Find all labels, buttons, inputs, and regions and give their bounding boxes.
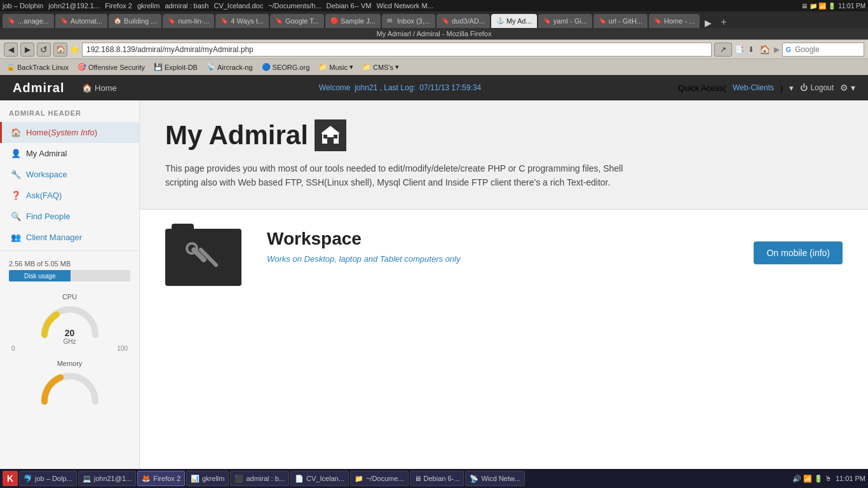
tab-inbox[interactable]: ✉ Inbox (3,... xyxy=(382,14,435,28)
app-wrapper: Admiral 🏠 Home Welcome john21 , Last Log… xyxy=(0,75,868,480)
tab-automat[interactable]: 🔖 Automat... xyxy=(55,14,107,28)
tab-favicon: 🔖 xyxy=(168,17,175,25)
tab-google[interactable]: 🔖 Google T... xyxy=(270,14,324,28)
topbar-item-debian[interactable]: Debian 6-- VM xyxy=(327,2,372,10)
tab-favicon: 🔖 xyxy=(543,17,551,25)
content-workspace-section: Workspace Works on Desktop, laptop and T… xyxy=(140,210,868,305)
memory-label: Memory xyxy=(9,360,130,367)
sidebar-item-home[interactable]: 🏠 Home(System Info) xyxy=(0,122,139,143)
taskbar-clock: 11:01 PM xyxy=(836,475,865,480)
taskbar-item-wicd[interactable]: 📡 Wicd Netw... xyxy=(465,471,524,480)
tab-favicon: 🏠 xyxy=(114,17,121,25)
taskbar-item-firefox[interactable]: 🦊 Firefox 2 xyxy=(137,471,185,480)
sidebar-item-myadmiral[interactable]: 👤 My Admiral xyxy=(0,143,139,164)
new-tab-btn[interactable]: + xyxy=(717,17,730,28)
welcome-label: Welcome xyxy=(319,83,351,92)
topbar-item-cv[interactable]: CV_Iceland.doc xyxy=(214,2,263,10)
chevron-down-icon: ▾ xyxy=(395,63,399,71)
quick-access-dropdown-icon[interactable]: ▾ xyxy=(789,83,794,93)
logout-button[interactable]: ⏻ Logout xyxy=(800,83,834,92)
dolphin-icon: 🐬 xyxy=(24,475,32,481)
taskbar-right: 🔊 📶 🔋 🖱 11:01 PM xyxy=(792,475,865,481)
topbar-item-admiral[interactable]: admiral : bash xyxy=(165,2,208,10)
os-topbar-right: 🖥 📁 📶 🔋 11:01 PM xyxy=(801,3,865,10)
people-icon: 👥 xyxy=(11,233,21,242)
doc-icon: 📄 xyxy=(295,475,304,481)
workspace-icon-container xyxy=(165,229,241,286)
taskbar-item-docs[interactable]: 📁 ~/Docume... xyxy=(350,471,409,480)
taskbar-item-debian[interactable]: 🖥 Debian 6-... xyxy=(410,471,465,480)
topbar-item-firefox[interactable]: Firefox 2 xyxy=(105,2,132,10)
home-button[interactable]: 🏠 xyxy=(53,43,67,57)
gauge-min: 0 xyxy=(11,345,15,352)
taskbar-item-admiral[interactable]: ⬛ admiral : b... xyxy=(230,471,289,480)
taskbar-item-gkrellm[interactable]: 📊 gkrellm xyxy=(186,471,229,480)
back-button[interactable]: ◀ xyxy=(4,43,18,57)
bookmark-exploit[interactable]: 💾 Exploit-DB xyxy=(151,62,200,72)
taskbar-start-button[interactable]: K xyxy=(3,471,18,480)
sidebar-item-findpeople[interactable]: 🔍 Find People xyxy=(0,206,139,227)
browser-toolbar: ◀ ▶ ↺ 🏠 ⭐ ↗ 📑 ⬇ 🏠 ▶ G xyxy=(0,39,868,58)
taskbar-item-cv[interactable]: 📄 CV_Icelan... xyxy=(290,471,349,480)
bookmark-icon: 🔒 xyxy=(6,63,15,71)
nav-home[interactable]: 🏠 Home xyxy=(77,83,121,93)
svg-rect-4 xyxy=(327,137,334,144)
taskbar-item-john[interactable]: 💻 john21@1... xyxy=(78,471,137,480)
disk-bar-label: Disk usage xyxy=(24,273,55,280)
app-logo: Admiral xyxy=(13,81,64,95)
tab-dud3[interactable]: 🔖 dud3/AD... xyxy=(437,14,490,28)
tab-manage[interactable]: 🔖 ...anage... xyxy=(3,14,54,28)
quick-access-link[interactable]: Web-Clients xyxy=(733,83,774,92)
topbar-item-gkrellm[interactable]: gkrellm xyxy=(137,2,159,10)
settings-button[interactable]: ⚙ ▾ xyxy=(840,83,855,93)
topbar-item-docs[interactable]: ~/Documents/h... xyxy=(268,2,321,10)
search-input[interactable] xyxy=(791,43,861,56)
tab-building[interactable]: 🏠 Building ... xyxy=(109,14,161,28)
tab-4ways[interactable]: 🔖 4 Ways t... xyxy=(215,14,269,28)
tab-overflow[interactable]: ▶ xyxy=(701,18,715,28)
topbar-item-wicd[interactable]: Wicd Network M... xyxy=(377,2,433,10)
question-icon: ❓ xyxy=(11,191,21,200)
bookmark-seorg[interactable]: 🔵 SEORG.org xyxy=(259,62,313,72)
sidebar-item-faq[interactable]: ❓ Ask(FAQ) xyxy=(0,185,139,206)
tab-label: Inbox (3,... xyxy=(397,17,430,25)
bookmark-music[interactable]: 📁 Music ▾ xyxy=(316,62,356,72)
tab-url[interactable]: 🔖 url - GitH... xyxy=(593,14,648,28)
tab-label: Building ... xyxy=(124,17,156,25)
tab-favicon: 🔖 xyxy=(599,17,606,25)
home-nav-icon[interactable]: 🏠 xyxy=(758,44,771,55)
hero-section: My Admiral This page provides you with m… xyxy=(140,100,868,210)
sidebar-item-label: Workspace xyxy=(26,170,67,179)
topbar-item-john[interactable]: john21@192.1... xyxy=(48,2,100,10)
reload-button[interactable]: ↺ xyxy=(37,43,51,57)
mobile-info-button[interactable]: On mobile (info) xyxy=(754,241,843,264)
sidebar-item-label: Find People xyxy=(26,212,70,221)
sidebar-item-clientmanager[interactable]: 👥 Client Manager xyxy=(0,227,139,248)
taskbar-item-label: CV_Icelan... xyxy=(306,475,344,480)
tab-numlin[interactable]: 🔖 num-lin-... xyxy=(163,14,214,28)
url-bar[interactable] xyxy=(82,43,712,57)
tab-yaml[interactable]: 🔖 yaml - Gi... xyxy=(538,14,592,28)
search-container: G xyxy=(782,43,864,57)
tab-favicon: 🔖 xyxy=(220,17,228,25)
forward-button[interactable]: ▶ xyxy=(20,43,34,57)
topbar-item-job[interactable]: job – Dolphin xyxy=(3,2,43,10)
hero-description-2: scripting also with Web based FTP, SSH(L… xyxy=(165,175,737,189)
browser-chrome: 🔖 ...anage... 🔖 Automat... 🏠 Building ..… xyxy=(0,11,868,75)
taskbar-item-job[interactable]: 🐬 job – Dolp... xyxy=(19,471,77,480)
bookmark-cms[interactable]: 📁 CMS's ▾ xyxy=(360,62,402,72)
tab-myadmiral[interactable]: ⚓ My Ad... xyxy=(491,14,537,28)
sidebar-item-workspace[interactable]: 🔧 Workspace xyxy=(0,164,139,185)
cpu-value: 20 xyxy=(65,328,75,338)
tab-favicon: ⚓ xyxy=(496,17,504,25)
bookmark-backtrack[interactable]: 🔒 BackTrack Linux xyxy=(4,62,71,72)
download-icon[interactable]: ⬇ xyxy=(747,45,756,54)
content-area: My Admiral This page provides you with m… xyxy=(140,100,868,480)
bookmark-aircrack[interactable]: 📡 Aircrack-ng xyxy=(204,62,255,72)
tab-favicon: 🔖 xyxy=(8,17,15,25)
disk-bar-container: Disk usage xyxy=(9,270,130,281)
url-go-button[interactable]: ↗ xyxy=(714,43,732,57)
bookmark-offensive[interactable]: 🎯 Offensive Security xyxy=(75,62,147,72)
tab-home[interactable]: 🔖 Home - ... xyxy=(649,14,700,28)
tab-sample[interactable]: 🔴 Sample J... xyxy=(325,14,381,28)
